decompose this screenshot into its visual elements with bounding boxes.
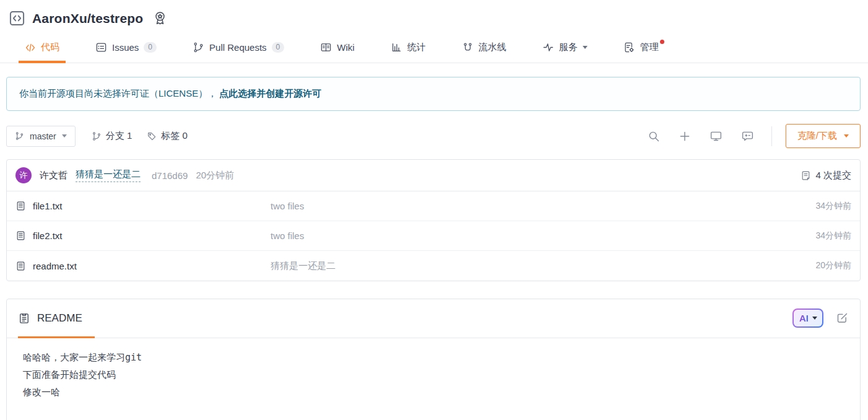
tab-label: Issues — [112, 42, 139, 53]
file-commit-message[interactable]: two files — [271, 230, 815, 241]
file-name: file2.txt — [33, 230, 63, 241]
readme-title: README — [37, 312, 82, 325]
tab-label: Pull Requests — [209, 42, 267, 53]
tab-label: 代码 — [41, 42, 59, 53]
tag-icon — [147, 131, 157, 141]
toolbar-right: 克隆/下载 — [629, 124, 861, 148]
license-banner-text: 你当前开源项目尚未选择许可证（LICENSE）， — [19, 88, 219, 98]
chevron-down-icon — [844, 134, 849, 138]
branch-stats: 分支 1 标签 0 — [92, 130, 188, 142]
tab-stats[interactable]: 统计 — [389, 38, 427, 63]
file-row[interactable]: file2.txt two files 34分钟前 — [7, 221, 860, 251]
commits-count-link[interactable]: 4 次提交 — [801, 170, 851, 182]
commits-icon — [801, 170, 811, 181]
file-icon — [15, 230, 26, 241]
tags-link[interactable]: 标签 0 — [147, 130, 188, 142]
chevron-down-icon — [583, 46, 588, 49]
feedback-icon[interactable] — [741, 129, 754, 142]
commit-sha[interactable]: d716d69 — [152, 170, 188, 181]
tab-label: 统计 — [407, 42, 426, 53]
clone-download-label: 克隆/下载 — [797, 130, 837, 142]
file-row[interactable]: readme.txt 猜猜是一还是二 20分钟前 — [7, 251, 860, 281]
file-row[interactable]: file1.txt two files 34分钟前 — [7, 191, 860, 221]
tab-label: Wiki — [337, 42, 354, 53]
tab-services[interactable]: 服务 — [541, 38, 589, 63]
file-name-cell[interactable]: file2.txt — [15, 230, 271, 241]
tab-pull-requests[interactable]: Pull Requests 0 — [191, 38, 285, 63]
tab-label: 管理 — [640, 42, 659, 53]
files-panel: 许 许文哲 猜猜是一还是二 d716d69 20分钟前 4 次提交 file1.… — [6, 159, 861, 281]
commit-author[interactable]: 许文哲 — [40, 170, 67, 182]
issues-count-badge: 0 — [144, 42, 157, 53]
stats-icon — [391, 42, 402, 53]
branch-selector[interactable]: master — [6, 126, 76, 147]
file-commit-time: 20分钟前 — [815, 260, 851, 271]
commit-time: 20分钟前 — [196, 170, 234, 182]
file-commit-time: 34分钟前 — [815, 230, 851, 242]
readme-line: 下面准备开始提交代码 — [23, 367, 844, 384]
manage-icon — [623, 42, 635, 53]
repo-icon — [9, 10, 25, 27]
service-icon — [542, 42, 554, 53]
file-icon — [15, 201, 26, 211]
pull-request-icon — [193, 42, 204, 53]
repo-title: AaronXu/testrepo — [32, 11, 143, 26]
file-commit-time: 34分钟前 — [815, 201, 851, 212]
web-ide-icon[interactable] — [710, 129, 723, 142]
avatar[interactable]: 许 — [15, 167, 32, 183]
license-banner: 你当前开源项目尚未选择许可证（LICENSE）， 点此选择并创建开源许可 — [6, 77, 861, 111]
tab-code[interactable]: 代码 — [24, 38, 61, 63]
toolbar-divider — [771, 126, 772, 146]
notification-dot — [660, 40, 664, 44]
tab-issues[interactable]: Issues 0 — [94, 38, 158, 63]
tab-manage[interactable]: 管理 — [622, 38, 660, 63]
clone-download-button[interactable]: 克隆/下载 — [786, 124, 861, 148]
readme-panel: README AI 哈哈哈，大家一起来学习git 下面准备开始提交代码 修改一哈 — [6, 299, 861, 420]
tab-wiki[interactable]: Wiki — [319, 38, 355, 63]
file-name-cell[interactable]: readme.txt — [15, 261, 271, 271]
tags-label: 标签 0 — [161, 130, 188, 142]
file-name: file1.txt — [33, 201, 63, 211]
create-license-link[interactable]: 点此选择并创建开源许可 — [219, 88, 321, 98]
branch-icon — [15, 131, 24, 141]
readme-tab[interactable]: README — [18, 312, 82, 325]
code-icon — [25, 42, 36, 53]
commits-count-label: 4 次提交 — [815, 170, 851, 182]
file-commit-message[interactable]: 猜猜是一还是二 — [271, 260, 815, 272]
readme-content: 哈哈哈，大家一起来学习git 下面准备开始提交代码 修改一哈 — [7, 338, 860, 420]
ai-assistant-button[interactable]: AI — [792, 308, 823, 328]
current-branch: master — [30, 131, 56, 141]
file-name: readme.txt — [33, 261, 77, 271]
readme-line: 哈哈哈，大家一起来学习git — [23, 349, 844, 367]
branches-link[interactable]: 分支 1 — [92, 130, 132, 142]
repo-header: AaronXu/testrepo — [0, 0, 868, 33]
search-icon[interactable] — [648, 130, 660, 142]
medal-icon[interactable] — [152, 11, 168, 26]
readme-actions: AI — [792, 308, 849, 328]
issues-icon — [95, 42, 107, 53]
commit-message-link[interactable]: 猜猜是一还是二 — [76, 168, 141, 182]
repo-tabbar: 代码 Issues 0 Pull Requests 0 — [0, 33, 868, 63]
branch-toolbar: master 分支 1 标签 0 — [6, 124, 861, 148]
tab-pipeline[interactable]: 流水线 — [461, 38, 508, 63]
file-name-cell[interactable]: file1.txt — [15, 201, 271, 211]
pipeline-icon — [462, 42, 474, 53]
branches-label: 分支 1 — [106, 130, 132, 142]
chevron-down-icon — [62, 134, 67, 138]
pr-count-badge: 0 — [272, 42, 285, 53]
wiki-icon — [320, 42, 332, 53]
edit-icon[interactable] — [836, 312, 849, 325]
plus-icon[interactable] — [679, 130, 691, 142]
file-icon — [15, 261, 26, 271]
tab-label: 流水线 — [479, 42, 506, 53]
file-commit-message[interactable]: two files — [271, 201, 815, 211]
ai-label: AI — [799, 313, 809, 323]
readme-header: README AI — [7, 299, 860, 338]
readme-line: 修改一哈 — [23, 384, 844, 401]
chevron-down-icon — [812, 317, 817, 320]
latest-commit-bar: 许 许文哲 猜猜是一还是二 d716d69 20分钟前 4 次提交 — [7, 160, 860, 191]
tab-label: 服务 — [559, 42, 578, 53]
readme-icon — [18, 312, 30, 325]
branch-icon — [92, 131, 102, 141]
